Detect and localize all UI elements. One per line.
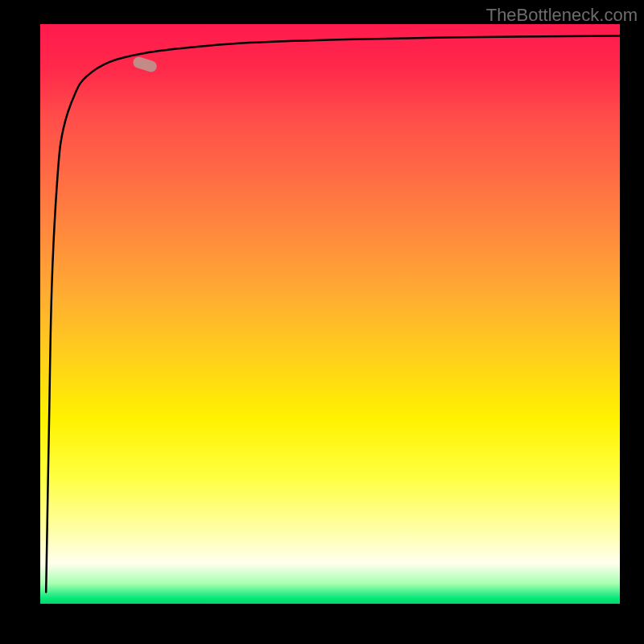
plot-area [40, 24, 620, 604]
curve-marker [131, 56, 158, 73]
curve-path [46, 35, 620, 592]
bottleneck-curve [40, 24, 620, 604]
watermark-text: TheBottleneck.com [486, 5, 638, 26]
chart-stage: TheBottleneck.com [0, 0, 644, 644]
